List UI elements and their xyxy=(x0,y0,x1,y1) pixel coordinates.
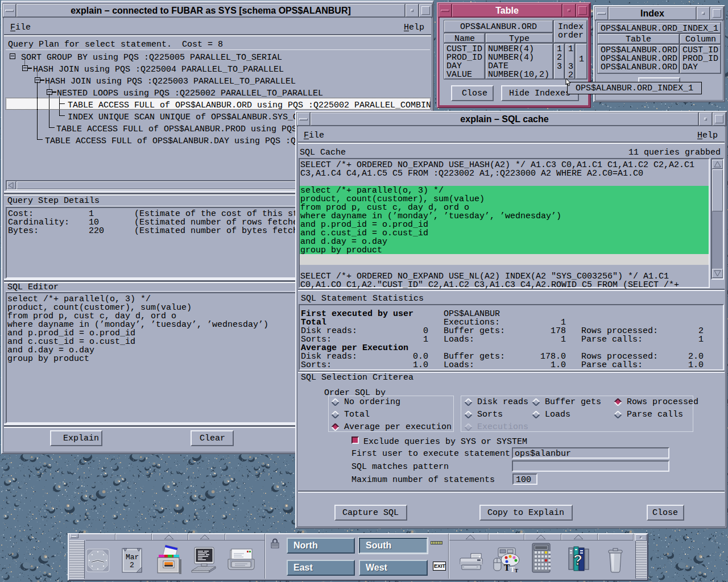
svg-text:T: T xyxy=(510,566,515,573)
svg-text:T: T xyxy=(504,563,510,572)
svg-text:2: 2 xyxy=(130,561,134,569)
svg-text:?: ? xyxy=(573,551,582,568)
svg-text:T: T xyxy=(515,568,518,573)
svg-text:Mar: Mar xyxy=(126,553,139,562)
